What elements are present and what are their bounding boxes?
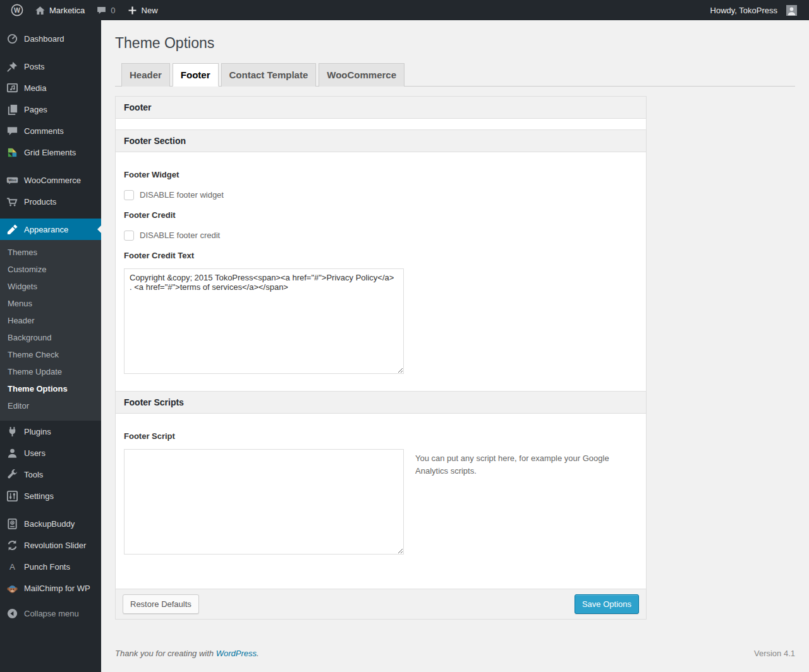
menu-separator <box>0 507 101 513</box>
panel-footer: Restore Defaults Save Options <box>116 589 646 619</box>
sidebar-item-pages[interactable]: Pages <box>0 99 101 120</box>
thanks-suffix: . <box>257 649 259 658</box>
comments-menu[interactable]: 0 <box>90 0 121 20</box>
disable-footer-widget-checkbox[interactable] <box>124 190 134 200</box>
footer-scripts-body: Footer Script You can put any script her… <box>116 414 646 589</box>
menu-separator <box>0 163 101 169</box>
sidebar-item-appearance[interactable]: Appearance <box>0 219 101 240</box>
panel-gap <box>116 119 646 129</box>
sidebar-item-label: Posts <box>24 62 45 71</box>
svg-text:Woo: Woo <box>8 178 16 182</box>
plugin-icon <box>6 426 18 438</box>
footer-widget-label: Footer Widget <box>124 170 638 179</box>
footer-scripts-header: Footer Scripts <box>116 391 646 414</box>
footer-widget-checkbox-row: DISABLE footer widget <box>124 190 638 200</box>
sidebar-item-label: WooCommerce <box>24 176 81 185</box>
restore-defaults-button[interactable]: Restore Defaults <box>123 594 199 614</box>
sidebar-item-label: Dashboard <box>24 34 64 44</box>
sidebar-item-mailchimp[interactable]: MailChimp for WP <box>0 577 101 599</box>
sidebar-item-punch-fonts[interactable]: A Punch Fonts <box>0 556 101 577</box>
sidebar-item-plugins[interactable]: Plugins <box>0 421 101 442</box>
sidebar-item-label: Comments <box>24 126 64 136</box>
footer-section-body: Footer Widget DISABLE footer widget Foot… <box>116 152 646 391</box>
sidebar-item-label: Pages <box>24 105 47 114</box>
sidebar-item-label: Grid Elements <box>24 148 76 157</box>
sidebar-item-grid-elements[interactable]: Grid Elements <box>0 141 101 163</box>
sidebar-item-media[interactable]: Media <box>0 77 101 99</box>
sidebar-item-label: Settings <box>24 491 54 501</box>
sidebar-item-dashboard[interactable]: Dashboard <box>0 28 101 49</box>
new-label: New <box>142 6 158 15</box>
save-options-button[interactable]: Save Options <box>575 594 639 614</box>
refresh-icon <box>6 539 18 551</box>
thanks-prefix: Thank you for creating with <box>115 649 216 658</box>
account-menu[interactable]: Howdy, TokoPress <box>705 0 803 20</box>
wordpress-logo-menu[interactable]: W <box>5 0 29 20</box>
disable-footer-credit-label: DISABLE footer credit <box>140 231 220 240</box>
version-text: Version 4.1 <box>754 649 795 658</box>
sidebar-item-woocommerce[interactable]: Woo WooCommerce <box>0 169 101 191</box>
backup-icon <box>6 518 18 530</box>
cart-icon <box>6 196 18 208</box>
footer-section-header: Footer Section <box>116 129 646 152</box>
submenu-item-theme-check[interactable]: Theme Check <box>0 346 101 363</box>
settings-icon <box>6 490 18 502</box>
sidebar-item-label: Users <box>24 448 46 458</box>
sidebar-item-users[interactable]: Users <box>0 442 101 464</box>
tab-woocommerce[interactable]: WooCommerce <box>319 63 404 87</box>
comment-count: 0 <box>111 6 115 15</box>
site-name-menu[interactable]: Marketica <box>29 0 90 20</box>
sidebar-item-products[interactable]: Products <box>0 191 101 212</box>
sidebar-item-backupbuddy[interactable]: BackupBuddy <box>0 513 101 534</box>
dashboard-icon <box>6 33 18 45</box>
tab-bar: Header Footer Contact Template WooCommer… <box>115 63 795 87</box>
main-content: Theme Options Header Footer Contact Temp… <box>101 20 809 672</box>
wordpress-link[interactable]: WordPress <box>216 649 257 658</box>
panel-header: Footer <box>116 97 646 119</box>
footer-credit-text-textarea[interactable]: Copyright &copy; 2015 TokoPress<span><a … <box>124 268 404 374</box>
footer-script-textarea[interactable] <box>124 449 404 555</box>
sidebar-item-posts[interactable]: Posts <box>0 56 101 77</box>
woocommerce-icon: Woo <box>6 174 18 186</box>
svg-text:A: A <box>9 562 15 572</box>
sidebar-item-tools[interactable]: Tools <box>0 464 101 485</box>
sidebar-item-label: Revolution Slider <box>24 541 86 550</box>
submenu-item-theme-options[interactable]: Theme Options <box>0 380 101 397</box>
sidebar-item-revolution-slider[interactable]: Revolution Slider <box>0 534 101 556</box>
sidebar-item-settings[interactable]: Settings <box>0 485 101 507</box>
media-icon <box>6 82 18 94</box>
sidebar-item-label: Products <box>24 197 56 207</box>
admin-sidebar: Dashboard Posts Media Pages Comments Gri… <box>0 20 101 672</box>
menu-separator <box>0 49 101 56</box>
collapse-menu-button[interactable]: Collapse menu <box>0 603 101 624</box>
submenu-item-background[interactable]: Background <box>0 329 101 346</box>
tab-footer[interactable]: Footer <box>173 63 219 87</box>
submenu-item-header[interactable]: Header <box>0 312 101 329</box>
submenu-item-customize[interactable]: Customize <box>0 261 101 278</box>
sidebar-item-label: Appearance <box>24 225 68 234</box>
user-icon <box>6 447 18 459</box>
thank-you-text: Thank you for creating with WordPress. <box>115 649 259 658</box>
submenu-item-theme-update[interactable]: Theme Update <box>0 363 101 380</box>
tab-header[interactable]: Header <box>121 63 170 87</box>
submenu-item-menus[interactable]: Menus <box>0 295 101 312</box>
footer-credit-checkbox-row: DISABLE footer credit <box>124 231 638 241</box>
grid-elements-icon <box>6 147 18 159</box>
pages-icon <box>6 104 18 116</box>
comments-icon <box>6 125 18 137</box>
collapse-menu-label: Collapse menu <box>24 609 79 618</box>
sidebar-item-comments[interactable]: Comments <box>0 120 101 141</box>
appearance-submenu: Themes Customize Widgets Menus Header Ba… <box>0 240 101 421</box>
submenu-item-editor[interactable]: Editor <box>0 397 101 414</box>
sidebar-item-label: MailChimp for WP <box>24 584 90 593</box>
submenu-item-widgets[interactable]: Widgets <box>0 278 101 295</box>
disable-footer-credit-checkbox[interactable] <box>124 231 134 241</box>
new-content-menu[interactable]: New <box>121 0 164 20</box>
sidebar-item-label: BackupBuddy <box>24 519 75 529</box>
wrench-icon <box>6 469 18 481</box>
tab-contact-template[interactable]: Contact Template <box>221 63 317 87</box>
sidebar-item-label: Tools <box>24 470 43 479</box>
sidebar-item-label: Plugins <box>24 427 51 436</box>
submenu-item-themes[interactable]: Themes <box>0 244 101 261</box>
footer-script-label: Footer Script <box>124 431 638 441</box>
